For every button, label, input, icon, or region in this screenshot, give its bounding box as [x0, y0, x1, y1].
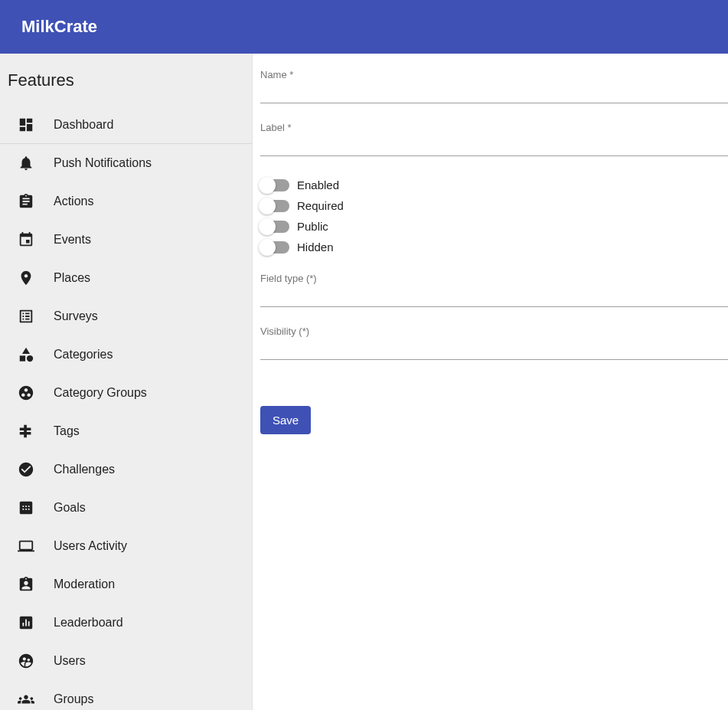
toggle-hidden-switch[interactable] [260, 241, 289, 254]
sidebar-item-surveys[interactable]: Surveys [0, 297, 252, 335]
sidebar-item-places[interactable]: Places [0, 259, 252, 297]
sidebar-item-label: Dashboard [54, 118, 113, 132]
sidebar: Features Dashboard Push Notifications Ac… [0, 54, 253, 710]
toggle-required-switch[interactable] [260, 200, 289, 212]
toggle-enabled-switch[interactable] [260, 179, 289, 191]
category-icon [17, 345, 35, 364]
check-circle-icon [17, 460, 35, 479]
assignment-icon [17, 192, 35, 211]
save-button[interactable]: Save [260, 406, 311, 434]
event-icon [17, 231, 35, 249]
toggle-required-label: Required [297, 199, 344, 212]
sidebar-item-label: Surveys [54, 309, 98, 323]
sidebar-item-label: Groups [54, 692, 93, 706]
notifications-icon [17, 154, 35, 172]
name-field-label: Name * [260, 69, 728, 80]
toggle-public-row: Public [260, 216, 728, 237]
leaderboard-icon [17, 613, 35, 632]
field-type-input[interactable] [260, 286, 728, 307]
tag-icon [17, 422, 35, 440]
label-field-label: Label * [260, 122, 728, 133]
sidebar-item-label: Category Groups [54, 386, 147, 400]
score-icon [17, 499, 35, 517]
sidebar-item-label: Users [54, 654, 86, 668]
sidebar-item-leaderboard[interactable]: Leaderboard [0, 604, 252, 642]
sidebar-item-label: Actions [54, 195, 93, 208]
visibility-label: Visibility (*) [260, 326, 728, 337]
sidebar-item-events[interactable]: Events [0, 221, 252, 259]
visibility-wrapper: Visibility (*) [260, 326, 728, 360]
main-content: Name * Label * Enabled Required Public H… [253, 54, 728, 710]
sidebar-section-title: Features [0, 54, 252, 106]
label-input[interactable] [260, 135, 728, 156]
sidebar-item-label: Events [54, 233, 91, 247]
sidebar-item-label: Moderation [54, 577, 115, 591]
toggle-public-switch[interactable] [260, 221, 289, 233]
sidebar-item-tags[interactable]: Tags [0, 412, 252, 450]
sidebar-item-label: Leaderboard [54, 616, 123, 630]
sidebar-item-label: Tags [54, 424, 80, 438]
sidebar-item-push-notifications[interactable]: Push Notifications [0, 144, 252, 182]
toggles-group: Enabled Required Public Hidden [260, 175, 728, 257]
toggle-public-label: Public [297, 220, 328, 233]
sidebar-item-label: Goals [54, 501, 86, 515]
sidebar-item-category-groups[interactable]: Category Groups [0, 374, 252, 412]
field-type-label: Field type (*) [260, 273, 728, 284]
app-brand: MilkCrate [21, 17, 97, 37]
sidebar-item-label: Users Activity [54, 539, 127, 553]
badge-icon [17, 575, 35, 594]
toggle-hidden-label: Hidden [297, 240, 334, 254]
sidebar-item-goals[interactable]: Goals [0, 489, 252, 527]
sidebar-item-challenges[interactable]: Challenges [0, 450, 252, 489]
groups-icon [17, 690, 35, 708]
toggle-required-row: Required [260, 195, 728, 216]
app-header: MilkCrate [0, 0, 728, 54]
name-input[interactable] [260, 82, 728, 103]
toggle-enabled-row: Enabled [260, 175, 728, 195]
app-body: Features Dashboard Push Notifications Ac… [0, 54, 728, 710]
place-icon [17, 269, 35, 287]
sidebar-item-label: Push Notifications [54, 156, 152, 170]
sidebar-item-label: Places [54, 271, 90, 285]
sidebar-item-dashboard[interactable]: Dashboard [0, 106, 252, 144]
dashboard-icon [17, 116, 35, 134]
sidebar-item-groups[interactable]: Groups [0, 680, 252, 710]
sidebar-item-users-activity[interactable]: Users Activity [0, 527, 252, 565]
list-alt-icon [17, 307, 35, 326]
sidebar-item-categories[interactable]: Categories [0, 335, 252, 374]
laptop-icon [17, 537, 35, 555]
sidebar-item-moderation[interactable]: Moderation [0, 565, 252, 604]
sidebar-item-users[interactable]: Users [0, 642, 252, 680]
supervised-user-icon [17, 652, 35, 670]
toggle-hidden-row: Hidden [260, 237, 728, 257]
group-work-icon [17, 384, 35, 402]
svg-point-0 [27, 355, 33, 362]
toggle-enabled-label: Enabled [297, 178, 339, 191]
name-field-wrapper: Name * [260, 69, 728, 103]
field-type-wrapper: Field type (*) [260, 273, 728, 307]
sidebar-item-label: Categories [54, 348, 113, 362]
sidebar-item-actions[interactable]: Actions [0, 182, 252, 221]
visibility-input[interactable] [260, 339, 728, 360]
label-field-wrapper: Label * [260, 122, 728, 156]
sidebar-item-label: Challenges [54, 463, 115, 476]
